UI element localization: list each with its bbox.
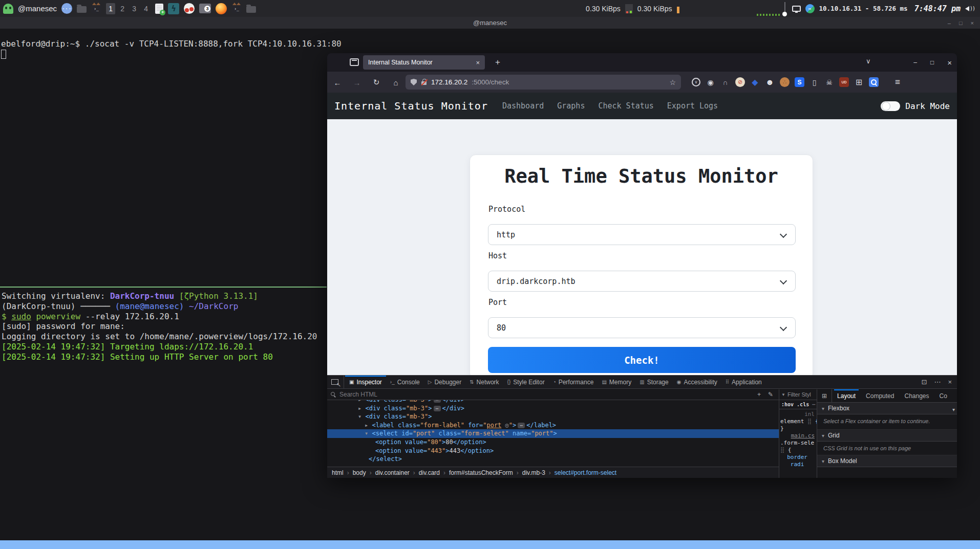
- ext-trash-icon[interactable]: ▯: [809, 77, 819, 87]
- sidebar-tab-changes[interactable]: Changes: [899, 389, 934, 402]
- ext-pocket-icon[interactable]: ∨: [692, 78, 700, 86]
- reload-icon[interactable]: ↻: [369, 75, 384, 90]
- protocol-select[interactable]: http: [488, 224, 796, 245]
- node-select-close[interactable]: </select>: [327, 455, 779, 464]
- pick-element-icon[interactable]: [331, 379, 338, 385]
- responsive-mode-icon[interactable]: ⊡: [922, 378, 927, 386]
- crumb-body[interactable]: body: [353, 469, 372, 476]
- home-icon[interactable]: ⌂: [389, 75, 403, 90]
- ext-wappalyzer-icon[interactable]: ◆: [750, 77, 760, 87]
- volume-slider[interactable]: [782, 0, 787, 17]
- devtools-tab-debugger[interactable]: ▷Debugger: [424, 376, 465, 388]
- ext-account-icon[interactable]: ◉: [706, 77, 715, 87]
- ext-cookie-editor-icon[interactable]: ∴: [780, 77, 790, 87]
- terminal-maximize-icon[interactable]: □: [959, 20, 963, 26]
- terminal-cat-icon[interactable]: ›_: [91, 5, 101, 13]
- clock[interactable]: 7:48:47 pm: [914, 4, 961, 13]
- ext-user-agent-icon[interactable]: UD: [839, 77, 849, 87]
- ext-duck-blocker-icon[interactable]: ⊘: [735, 77, 745, 87]
- node-div-collapsed[interactable]: ▸ <div class="mb-3">⋯</div>: [327, 400, 779, 404]
- chat-icon[interactable]: ···: [61, 3, 72, 14]
- workspace-1[interactable]: 1: [106, 3, 115, 14]
- box-model-section-header[interactable]: ▾ Box Model: [817, 455, 957, 467]
- tab-close-icon[interactable]: ×: [476, 59, 480, 67]
- node-select-port-selected[interactable]: ▾ <select id="port" class="form-select" …: [327, 429, 779, 438]
- speaker-icon[interactable]: )): [965, 6, 975, 11]
- devtools-tab-accessibility[interactable]: ◉Accessibility: [673, 376, 721, 388]
- display-icon[interactable]: [792, 6, 801, 12]
- insecure-lock-icon[interactable]: [421, 79, 427, 85]
- back-icon[interactable]: ←: [330, 75, 345, 90]
- tmux-status-bar[interactable]: 1:sudo 2:python 3:zsh- 4:ssh* [9]: [0, 540, 980, 549]
- dark-mode-toggle[interactable]: [881, 101, 900, 111]
- check-button[interactable]: Check!: [488, 347, 796, 373]
- crumb-card[interactable]: div.card: [419, 469, 445, 476]
- rule-selector[interactable]: .form-sele: [780, 440, 816, 447]
- devtools-close-icon[interactable]: ×: [948, 378, 952, 386]
- eyedropper-icon[interactable]: ✎: [768, 391, 773, 398]
- ext-proxy-hat-icon[interactable]: ∩: [720, 77, 730, 87]
- host-select[interactable]: drip.darkcorp.htb: [488, 271, 796, 292]
- menu-icon[interactable]: ≡: [890, 75, 905, 90]
- nav-dashboard[interactable]: Dashboard: [502, 101, 544, 111]
- terminal-close-icon[interactable]: ×: [971, 20, 974, 26]
- filter-styles-label[interactable]: Filter Styl: [787, 391, 811, 398]
- crumb-container[interactable]: div.container: [375, 469, 415, 476]
- tracking-shield-icon[interactable]: [411, 79, 417, 85]
- folder-icon[interactable]: [246, 6, 256, 13]
- nav-export-logs[interactable]: Export Logs: [667, 101, 718, 111]
- new-tab-button[interactable]: +: [492, 57, 503, 68]
- devtools-tab-style-editor[interactable]: {}Style Editor: [503, 376, 549, 388]
- devtools-tab-inspector[interactable]: ▣Inspector: [345, 376, 386, 388]
- window-close-icon[interactable]: ×: [947, 58, 952, 67]
- window-minimize-icon[interactable]: –: [913, 59, 917, 66]
- tmux-pane-divider[interactable]: [0, 287, 327, 288]
- node-label[interactable]: ▸ <label class="form-label" for="port ◎"…: [327, 421, 779, 430]
- sidebar-tab-compatibility[interactable]: Co: [934, 389, 952, 402]
- workspace-2[interactable]: 2: [118, 3, 127, 14]
- add-node-icon[interactable]: +: [757, 391, 761, 398]
- window-maximize-icon[interactable]: □: [930, 59, 934, 66]
- crumb-form[interactable]: form#statusCheckForm: [449, 469, 519, 476]
- devtools-more-icon[interactable]: ⋯: [934, 378, 941, 386]
- terminal-minimize-icon[interactable]: –: [948, 20, 951, 26]
- ext-puzzle-icon[interactable]: ⊞: [854, 77, 864, 87]
- browser-tab[interactable]: Internal Status Monitor ×: [363, 55, 485, 70]
- grid-section-header[interactable]: ▾ Grid: [817, 430, 957, 442]
- crumb-html[interactable]: html: [332, 469, 349, 476]
- sidebar-tab-layout[interactable]: Layout: [832, 389, 861, 402]
- list-tabs-icon[interactable]: ∨: [866, 57, 871, 65]
- cherry-app-icon[interactable]: [184, 3, 195, 14]
- sidebar-dock-icon[interactable]: ⊞: [817, 389, 832, 402]
- sidebar-tab-computed[interactable]: Computed: [861, 389, 899, 402]
- firefox-icon[interactable]: [216, 3, 227, 14]
- new-document-icon[interactable]: [155, 4, 163, 14]
- site-brand[interactable]: Internal Status Monitor: [334, 100, 488, 112]
- node-option-443[interactable]: <option value="443">443</option>: [327, 447, 779, 455]
- rule-element-inline[interactable]: element ⣿ {: [780, 418, 816, 425]
- workspace-3[interactable]: 3: [130, 3, 139, 14]
- ext-shodan-icon[interactable]: S: [795, 77, 804, 87]
- ext-ninja-icon[interactable]: ☻: [765, 77, 775, 87]
- crumb-select-port[interactable]: select#port.form-select: [555, 469, 616, 476]
- node-div-collapsed[interactable]: ▸ <div class="mb-3">⋯</div>: [327, 404, 779, 413]
- vpn-icon[interactable]: ↔: [805, 4, 815, 13]
- node-div-expanded[interactable]: ▾ <div class="mb-3">: [327, 412, 779, 421]
- pseudo-class-button[interactable]: :hov: [781, 402, 794, 407]
- flexbox-section-header[interactable]: ▾ Flexbox: [817, 403, 957, 414]
- devtools-tab-network[interactable]: ⇅Network: [465, 376, 503, 388]
- rule-source-link[interactable]: main.cs: [780, 432, 816, 440]
- devtools-tab-performance[interactable]: ◔Performance: [549, 376, 598, 388]
- terminal-cat-icon[interactable]: ›_: [231, 5, 242, 13]
- sidebar-caret-icon[interactable]: ▾: [952, 407, 955, 412]
- url-bar[interactable]: 172.16.20.2 :5000/check ☆: [406, 75, 681, 90]
- devtools-search-input[interactable]: [339, 391, 754, 398]
- devtools-tab-memory[interactable]: ▤Memory: [598, 376, 635, 388]
- nav-graphs[interactable]: Graphs: [557, 101, 585, 111]
- devtools-tab-console[interactable]: ›_Console: [386, 376, 424, 388]
- ghost-launcher-icon[interactable]: [3, 4, 13, 14]
- terminal-titlebar[interactable]: @manesec – □ ×: [0, 17, 980, 29]
- workspace-4[interactable]: 4: [141, 3, 151, 14]
- bookmark-star-icon[interactable]: ☆: [669, 78, 676, 86]
- ext-hacktools-icon[interactable]: ☠: [824, 77, 834, 87]
